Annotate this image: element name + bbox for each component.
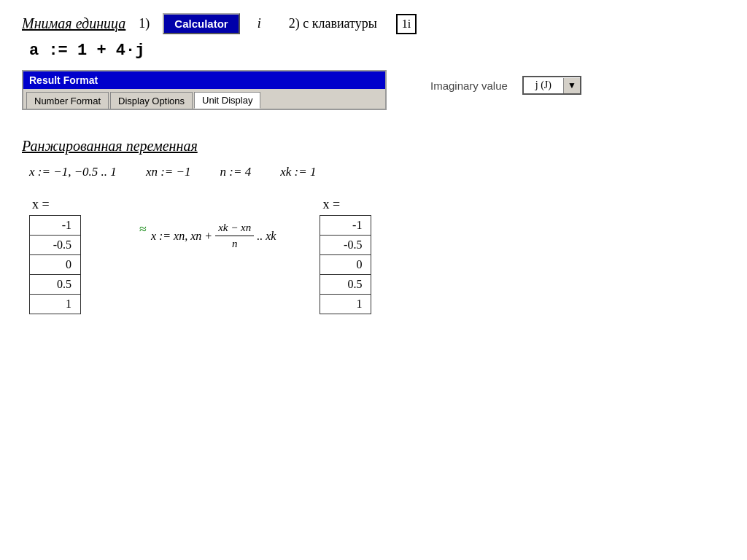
i-label: i [258,16,261,31]
imaginary-value-row: Imaginary value j (J) ▼ [430,76,581,101]
var-def-n: n := 4 [220,165,252,179]
table-row: 0 [30,255,81,275]
table-row: 1 [30,295,81,314]
formula-center: ≈ x := xn, xn + xk − xn n .. xk [139,219,276,252]
imaginary-label: Imaginary value [430,79,508,92]
section1-title: Мнимая единица [22,15,125,32]
formula-fraction: xk − xn n [215,220,254,252]
table-cell: 0.5 [320,275,371,295]
section2-title: Ранжированная переменная [22,138,725,155]
tab-display-options[interactable]: Display Options [110,92,193,109]
table-row: 0.5 [320,275,371,295]
formula-lhs: x := xn, xn + [151,230,212,243]
var-def-xn: xn := −1 [146,165,191,179]
bottom-section: x = -1 -0.5 0 0.5 1 [29,197,725,314]
table-row: -1 [30,216,81,236]
tab-number-format[interactable]: Number Format [26,92,109,109]
table-row: -0.5 [30,236,81,255]
var-def-xk: xk := 1 [280,165,316,179]
x-label-right: x = [322,197,340,212]
wavy-icon: ≈ [139,222,147,237]
table-cell: -0.5 [30,236,81,255]
table-cell: 1 [320,295,371,314]
var-def-x: x := −1, −0.5 .. 1 [29,165,117,179]
table-row: 1 [320,295,371,314]
x-data-table-right: -1 -0.5 0 0.5 1 [320,215,371,314]
step2-label: 2) с клавиатуры [289,16,377,31]
calculator-button[interactable]: Calculator [163,13,239,34]
x-label-left: x = [32,197,50,212]
table-cell: -1 [30,216,81,236]
keyboard-value: 1i [396,14,417,34]
imaginary-select[interactable]: j (J) ▼ [522,76,581,95]
table-row: 0.5 [30,275,81,295]
table-row: -1 [320,216,371,236]
x-table-right: x = -1 -0.5 0 0.5 1 [320,197,371,314]
frac-numerator: xk − xn [215,220,254,236]
frac-denominator: n [229,236,241,252]
table-row: 0 [320,255,371,275]
step1-label: 1) [139,16,150,31]
formula-wavy: ≈ x := xn, xn + xk − xn n .. xk [139,220,276,252]
tab-unit-display[interactable]: Unit Display [194,92,260,109]
table-cell: 0 [320,255,371,275]
table-cell: 0 [30,255,81,275]
table-cell: 1 [30,295,81,314]
formula-rhs: .. xk [257,230,276,243]
table-row: -0.5 [320,236,371,255]
x-data-table-left: -1 -0.5 0 0.5 1 [29,215,81,314]
table-cell: -0.5 [320,236,371,255]
imaginary-dropdown-arrow[interactable]: ▼ [563,78,580,93]
result-format-panel: Result Format Number Format Display Opti… [22,70,387,110]
var-defs: x := −1, −0.5 .. 1 xn := −1 n := 4 xk :=… [29,165,725,179]
x-table-left: x = -1 -0.5 0 0.5 1 [29,197,81,314]
table-cell: 0.5 [30,275,81,295]
result-format-header: Result Format [23,71,385,89]
table-cell: -1 [320,216,371,236]
imaginary-select-value: j (J) [524,77,563,93]
formula-a: a := 1 + 4·j [29,42,725,60]
result-format-tabs: Number Format Display Options Unit Displ… [23,89,385,109]
